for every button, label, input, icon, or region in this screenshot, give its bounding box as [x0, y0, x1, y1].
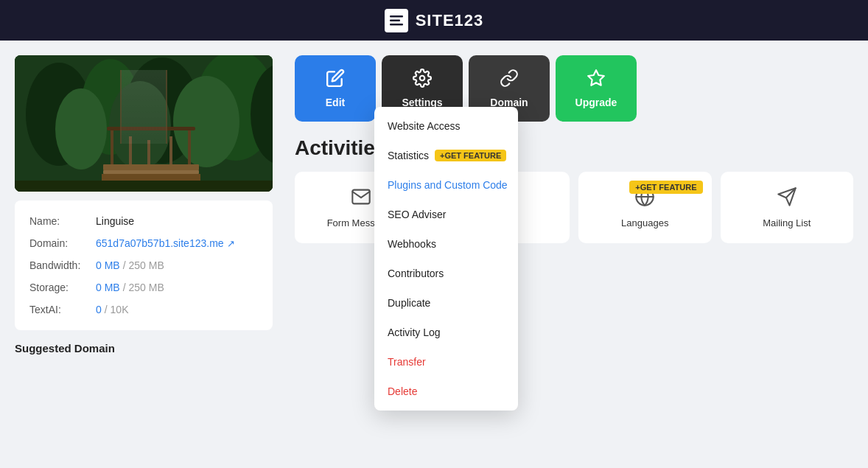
upgrade-label: Upgrade — [575, 97, 617, 108]
delete-label: Delete — [388, 385, 417, 397]
menu-seo[interactable]: SEO Adviser — [374, 200, 518, 229]
statistics-label: Statistics — [388, 150, 429, 161]
textai-label: TextAI: — [29, 304, 96, 315]
upgrade-icon — [587, 69, 606, 92]
webhooks-label: Webhooks — [388, 238, 436, 250]
textai-total: / 10K — [105, 304, 129, 315]
svg-point-9 — [55, 88, 107, 170]
menu-statistics[interactable]: Statistics +GET FEATURE — [374, 141, 518, 170]
activity-log-label: Activity Log — [388, 326, 441, 338]
left-panel: Name: Linguise Domain: 651d7a07b57b1.sit… — [0, 41, 287, 468]
menu-website-access[interactable]: Website Access — [374, 111, 518, 141]
storage-row: Storage: 0 MB / 250 MB — [29, 282, 258, 293]
svg-point-22 — [420, 76, 425, 81]
svg-rect-12 — [111, 129, 113, 166]
contributors-label: Contributors — [388, 268, 444, 279]
right-panel: Edit Settings ▼ — [287, 41, 868, 468]
edit-button[interactable]: Edit — [295, 55, 376, 122]
header: SITE123 — [0, 0, 868, 41]
bandwidth-label: Bandwidth: — [29, 259, 96, 271]
domain-row: Domain: 651d7a07b57b1.site123.me ↗ — [29, 237, 258, 249]
svg-rect-14 — [129, 136, 132, 166]
logo: SITE123 — [385, 9, 484, 32]
suggested-domain-label: Suggested Domain — [15, 342, 273, 355]
svg-point-11 — [173, 76, 239, 167]
bandwidth-used: 0 MB — [96, 259, 120, 271]
svg-rect-0 — [390, 15, 403, 18]
svg-rect-13 — [188, 129, 191, 166]
site-info-card: Name: Linguise Domain: 651d7a07b57b1.sit… — [15, 200, 273, 330]
bandwidth-total: / 250 MB — [123, 259, 164, 271]
languages-card[interactable]: +GET FEATURE Languages — [578, 172, 712, 243]
logo-text: SITE123 — [416, 11, 484, 30]
form-messages-icon — [350, 186, 372, 212]
menu-activity-log[interactable]: Activity Log — [374, 318, 518, 347]
domain-label: Domain: — [29, 237, 96, 249]
edit-icon — [326, 69, 345, 92]
domain-icon — [500, 69, 519, 92]
duplicate-label: Duplicate — [388, 297, 430, 309]
storage-used: 0 MB — [96, 282, 120, 293]
name-label: Name: — [29, 215, 96, 227]
svg-rect-2 — [390, 24, 403, 26]
svg-rect-15 — [169, 136, 172, 166]
name-row: Name: Linguise — [29, 215, 258, 227]
mailing-list-label: Mailing List — [763, 217, 811, 228]
main-content: Name: Linguise Domain: 651d7a07b57b1.sit… — [0, 41, 868, 468]
settings-icon — [413, 69, 432, 92]
svg-rect-17 — [103, 164, 199, 170]
menu-plugins[interactable]: Plugins and Custom Code — [374, 170, 518, 200]
statistics-badge: +GET FEATURE — [435, 150, 506, 161]
seo-label: SEO Adviser — [388, 209, 446, 220]
svg-point-10 — [109, 81, 171, 170]
svg-rect-20 — [107, 127, 195, 130]
textai-row: TextAI: 0 / 10K — [29, 304, 258, 315]
svg-marker-23 — [588, 70, 604, 85]
domain-link[interactable]: 651d7a07b57b1.site123.me — [96, 237, 224, 249]
svg-rect-16 — [147, 140, 150, 166]
edit-label: Edit — [326, 97, 345, 108]
settings-dropdown: Website Access Statistics +GET FEATURE P… — [374, 107, 518, 411]
languages-label: Languages — [621, 217, 668, 228]
external-link-icon: ↗ — [227, 238, 235, 249]
transfer-label: Transfer — [388, 356, 426, 368]
mailing-list-icon — [776, 186, 798, 212]
upgrade-button[interactable]: Upgrade — [556, 55, 637, 122]
bandwidth-row: Bandwidth: 0 MB / 250 MB — [29, 259, 258, 271]
textai-used: 0 — [96, 304, 102, 315]
plugins-label: Plugins and Custom Code — [388, 179, 508, 191]
website-access-label: Website Access — [388, 120, 461, 132]
storage-label: Storage: — [29, 282, 96, 293]
site-image — [15, 55, 273, 192]
svg-rect-1 — [390, 19, 400, 21]
svg-rect-21 — [15, 181, 273, 192]
name-value: Linguise — [96, 215, 134, 227]
site-image-bg — [15, 55, 273, 192]
menu-contributors[interactable]: Contributors — [374, 259, 518, 288]
menu-webhooks[interactable]: Webhooks — [374, 229, 518, 259]
menu-transfer[interactable]: Transfer — [374, 347, 518, 377]
storage-total: / 250 MB — [123, 282, 164, 293]
menu-duplicate[interactable]: Duplicate — [374, 288, 518, 318]
languages-badge: +GET FEATURE — [629, 181, 702, 194]
logo-icon — [385, 9, 408, 32]
menu-delete[interactable]: Delete — [374, 377, 518, 406]
mailing-list-card[interactable]: Mailing List — [721, 172, 854, 243]
svg-rect-18 — [103, 170, 199, 174]
